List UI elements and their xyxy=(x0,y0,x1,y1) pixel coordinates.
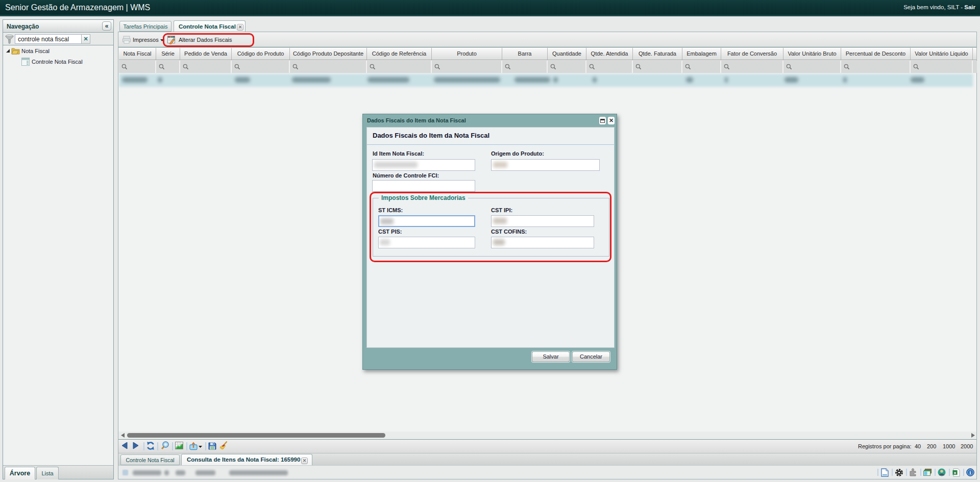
svg-text:i: i xyxy=(970,470,971,475)
svg-text:X: X xyxy=(953,471,957,475)
